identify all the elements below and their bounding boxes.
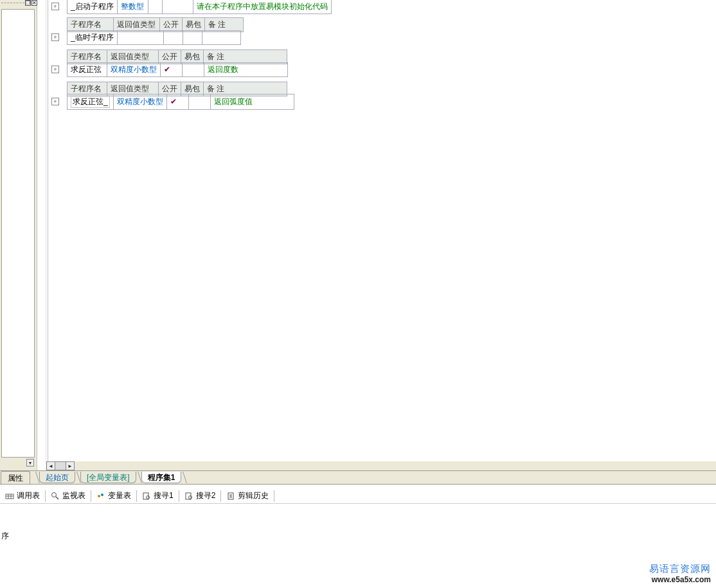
scroll-left-button[interactable]: ◄ xyxy=(46,461,55,470)
code-editor-area[interactable]: + _启动子程序 整数型 请在本子程序中放置易模块初始化代码 子程序名 返回值类… xyxy=(51,0,716,461)
subroutine-table-2[interactable]: 求反正弦 双精度小数型 ✔ 返回度数 xyxy=(67,62,288,77)
tab-globals[interactable]: [全局变量表] xyxy=(80,472,136,483)
fold-toggle-3[interactable]: + xyxy=(51,98,59,105)
sub-type-cell[interactable]: 整数型 xyxy=(117,0,148,13)
watermark-title: 易语言资源网 xyxy=(649,563,711,575)
subroutine-table-3[interactable]: 求反正弦_ 双精度小数型 ✔ 返回弧度值 xyxy=(67,94,294,110)
magnifier-icon xyxy=(51,492,60,501)
fold-toggle-1[interactable]: + xyxy=(51,33,59,41)
properties-panel: ❐ ✕ xyxy=(0,0,37,470)
horizontal-scrollbar[interactable]: ◄ ► xyxy=(46,461,716,470)
watchtable-button[interactable]: 监视表 xyxy=(47,489,89,503)
sub-name-cell[interactable]: _启动子程序 xyxy=(67,0,118,13)
scroll-track[interactable] xyxy=(55,461,66,470)
sub-name-cell[interactable]: _临时子程序 xyxy=(67,30,118,44)
tab-startpage[interactable]: 起始页 xyxy=(39,472,75,483)
panel-maximize-button[interactable]: ❐ xyxy=(25,0,31,6)
fold-toggle-0[interactable]: + xyxy=(51,3,59,10)
variable-icon xyxy=(96,492,105,501)
fold-toggle-2[interactable]: + xyxy=(51,66,59,73)
sub-pub-cell[interactable]: ✔ xyxy=(166,94,188,109)
sub-comment-cell[interactable]: 返回度数 xyxy=(204,62,288,76)
sub-name-cell-editing[interactable]: 求反正弦_ xyxy=(67,94,114,109)
sub-pkg-cell[interactable] xyxy=(183,62,204,76)
watermark: 易语言资源网 www.e5a5x.com xyxy=(649,563,711,584)
search2-label: 搜寻2 xyxy=(196,490,216,501)
status-text: 序 xyxy=(1,531,9,542)
panel-titlebar: ❐ ✕ xyxy=(0,0,37,8)
cliphistory-button[interactable]: 剪辑历史 xyxy=(222,489,273,503)
vartable-label: 变量表 xyxy=(108,490,131,501)
history-icon xyxy=(226,492,235,501)
sub-type-cell[interactable] xyxy=(117,30,163,44)
svg-point-9 xyxy=(188,495,192,499)
sub-comment-cell[interactable] xyxy=(202,30,240,44)
search1-label: 搜寻1 xyxy=(154,490,174,501)
svg-line-3 xyxy=(56,497,58,499)
sub-pub-cell[interactable]: ✔ xyxy=(161,62,183,76)
svg-point-5 xyxy=(101,494,103,496)
subroutine-table-1[interactable]: _临时子程序 xyxy=(67,30,241,45)
sub-comment-cell[interactable]: 请在本子程序中放置易模块初始化代码 xyxy=(193,0,331,13)
bottom-toolbar: 调用表 监视表 变量表 搜寻1 搜寻2 剪辑历史 xyxy=(0,488,716,504)
sub-type-cell[interactable]: 双精度小数型 xyxy=(107,62,161,76)
panel-body xyxy=(1,9,35,458)
cliphistory-label: 剪辑历史 xyxy=(238,490,269,501)
status-area: 序 xyxy=(0,504,716,588)
sub-pkg-cell[interactable] xyxy=(188,94,210,109)
search1-icon xyxy=(142,492,151,501)
panel-grip[interactable] xyxy=(1,3,24,3)
vartable-button[interactable]: 变量表 xyxy=(93,489,135,503)
panel-dropdown-button[interactable] xyxy=(26,459,34,467)
subroutine-table-0[interactable]: _启动子程序 整数型 请在本子程序中放置易模块初始化代码 xyxy=(67,0,332,14)
panel-close-button[interactable]: ✕ xyxy=(31,0,37,6)
search2-button[interactable]: 搜寻2 xyxy=(181,489,220,503)
sub-comment-cell[interactable]: 返回弧度值 xyxy=(210,94,294,109)
properties-tab[interactable]: 属性 xyxy=(1,471,30,484)
search2-icon xyxy=(184,492,193,501)
sub-pkg-cell[interactable] xyxy=(183,30,202,44)
calltable-label: 调用表 xyxy=(17,490,40,501)
sub-pub-cell[interactable] xyxy=(148,0,162,13)
fold-guide-line xyxy=(48,0,48,461)
sub-pkg-cell[interactable] xyxy=(162,0,193,13)
search1-button[interactable]: 搜寻1 xyxy=(138,489,177,503)
svg-point-2 xyxy=(52,492,57,497)
sub-name-cell[interactable]: 求反正弦 xyxy=(67,62,107,76)
call-icon xyxy=(5,492,14,501)
watermark-url: www.e5a5x.com xyxy=(649,575,711,584)
calltable-button[interactable]: 调用表 xyxy=(1,489,44,503)
scroll-right-button[interactable]: ► xyxy=(66,461,75,470)
sub-pub-cell[interactable] xyxy=(163,30,183,44)
sub-type-cell[interactable]: 双精度小数型 xyxy=(113,94,166,109)
document-tab-bar: 属性 起始页 [全局变量表] 程序集1 xyxy=(0,470,716,485)
tab-programset1[interactable]: 程序集1 xyxy=(141,472,182,483)
svg-point-7 xyxy=(147,495,150,499)
svg-point-4 xyxy=(98,495,100,497)
watchtable-label: 监视表 xyxy=(62,490,85,501)
gutter xyxy=(37,0,46,470)
